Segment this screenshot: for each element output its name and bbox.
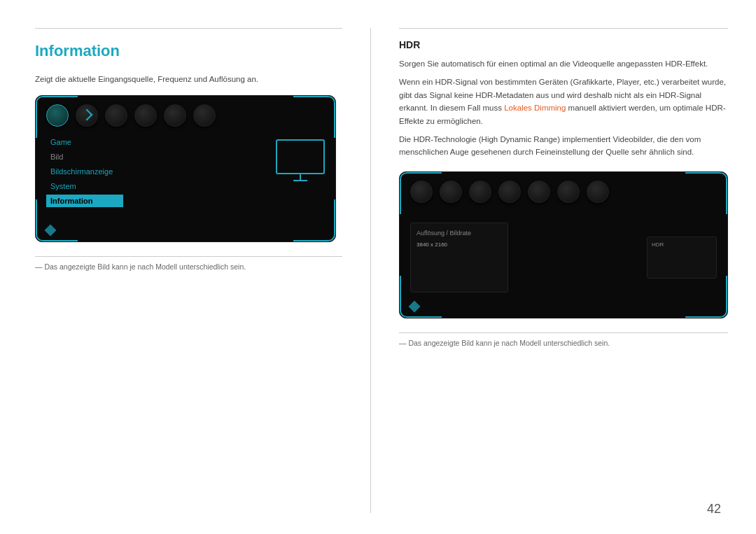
page-container: Information Zeigt die aktuelle Eingangsq… [0, 0, 756, 534]
osd-btn-5 [164, 104, 186, 127]
page-number: 42 [707, 502, 721, 517]
monitor-shape [276, 139, 325, 174]
hdr-para-3: Die HDR-Technologie (High Dynamic Range)… [399, 133, 728, 159]
monitor-stand [300, 174, 301, 180]
osd-diamond-icon [45, 225, 57, 237]
left-description: Zeigt die aktuelle Eingangsquelle, Frequ… [35, 73, 342, 85]
left-footnote: — Das angezeigte Bild kann je nach Model… [35, 262, 342, 271]
osd-buttons-row [36, 96, 335, 132]
osd-btn-4 [134, 104, 157, 127]
lokales-dimming-link[interactable]: Lokales Dimming [504, 104, 566, 112]
osd-menu-bild: Bild [46, 150, 123, 163]
right-osd-border-tl [400, 172, 442, 214]
monitor-base [293, 180, 307, 181]
right-footnote: — Das angezeigte Bild kann je nach Model… [399, 339, 728, 347]
hdr-para-1: Sorgen Sie automatisch für einen optimal… [399, 57, 728, 70]
right-osd-right-panel: HDR [647, 237, 717, 279]
osd-btn-2 [76, 104, 98, 127]
osd-menu-bildschirm: Bildschirmanzeige [46, 165, 123, 178]
osd-menu-system: System [46, 180, 123, 192]
right-footnote-container: — Das angezeigte Bild kann je nach Model… [399, 332, 728, 347]
osd-content-area: Game Bild Bildschirmanzeige System Infor… [36, 132, 335, 223]
right-osd-btn-2 [440, 181, 462, 203]
osd-btn-3 [105, 104, 127, 127]
right-osd-btn-6 [557, 181, 580, 203]
osd-border-tr [293, 96, 335, 138]
osd-monitor-left: Game Bild Bildschirmanzeige System Infor… [35, 95, 336, 242]
left-footnote-container: — Das angezeigte Bild kann je nach Model… [35, 256, 342, 271]
osd-monitor-right: Auflösung / Bildrate 3840 x 2160 HDR [399, 171, 728, 318]
osd-bottom-row [46, 226, 55, 234]
right-osd-buttons [400, 172, 727, 209]
osd-btn-6 [193, 104, 216, 127]
right-osd-btn-4 [498, 181, 521, 203]
hdr-para-2: Wenn ein HDR-Signal von bestimmten Gerät… [399, 76, 728, 127]
right-osd-border-tr [685, 172, 727, 214]
right-osd-border-br [685, 276, 727, 318]
right-osd-btn-5 [528, 181, 550, 203]
osd-menu-game: Game [46, 136, 123, 148]
right-osd-btn-3 [469, 181, 491, 203]
right-osd-bottom-row [410, 302, 419, 311]
right-top-divider [399, 28, 728, 29]
left-column: Information Zeigt die aktuelle Eingangsq… [35, 28, 371, 513]
right-osd-border-bl [400, 276, 442, 318]
left-top-divider [35, 28, 342, 29]
right-osd-content: Auflösung / Bildrate 3840 x 2160 HDR [400, 209, 727, 307]
right-column: HDR Sorgen Sie automatisch für einen opt… [371, 28, 728, 513]
osd-border-bl [36, 199, 78, 241]
page-title: Information [35, 42, 342, 60]
osd-border-tl [36, 96, 78, 138]
right-osd-btn-7 [587, 181, 609, 203]
osd-border-br [293, 199, 335, 241]
hdr-title: HDR [399, 39, 728, 50]
right-osd-diamond-icon [409, 300, 421, 312]
